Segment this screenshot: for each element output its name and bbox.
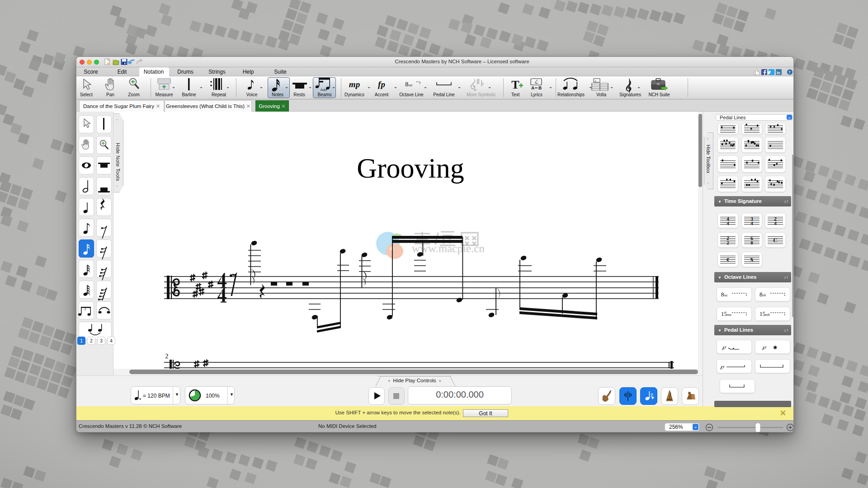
svg-text:4: 4 xyxy=(750,221,753,226)
svg-text:8va: 8va xyxy=(721,291,727,298)
svg-text:mp: mp xyxy=(349,80,360,89)
svg-text:C: C xyxy=(773,237,777,244)
svg-text:?: ? xyxy=(788,70,791,75)
svg-text:¢: ¢ xyxy=(726,256,730,263)
svg-text:X: X xyxy=(750,256,754,263)
svg-text:Grooving: Grooving xyxy=(357,153,464,184)
svg-text:ℒ: ℒ xyxy=(534,80,538,85)
svg-text:8va: 8va xyxy=(405,81,412,88)
svg-text:4: 4 xyxy=(774,221,777,226)
svg-text:℘: ℘ xyxy=(762,344,766,350)
svg-text:℘: ℘ xyxy=(722,344,726,350)
svg-text:Auto: Auto xyxy=(321,89,327,92)
svg-text:x.: x. xyxy=(594,79,597,83)
svg-text:T: T xyxy=(511,78,519,91)
svg-text:✱: ✱ xyxy=(773,345,777,351)
svg-text:2: 2 xyxy=(165,353,169,360)
svg-text:15mb: 15mb xyxy=(760,310,770,317)
svg-text:℘: ℘ xyxy=(720,363,724,370)
svg-text:B: B xyxy=(538,86,542,91)
svg-text:8: 8 xyxy=(750,240,753,246)
svg-text:15ma: 15ma xyxy=(721,310,731,317)
svg-text:4: 4 xyxy=(726,221,729,226)
svg-text:8vb: 8vb xyxy=(760,291,766,298)
svg-text:fp: fp xyxy=(378,80,385,89)
svg-text:in: in xyxy=(777,70,780,75)
svg-text:3: 3 xyxy=(84,307,86,311)
svg-text:2: 2 xyxy=(726,240,729,246)
svg-text:A: A xyxy=(531,86,534,91)
